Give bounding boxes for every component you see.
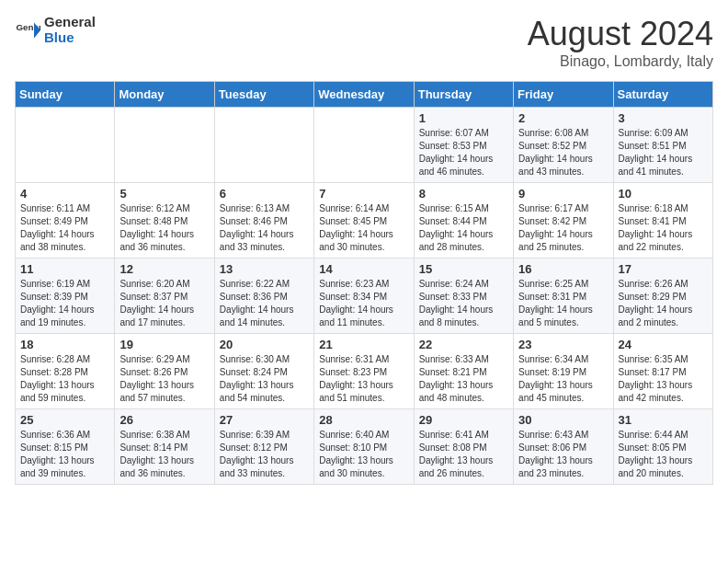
- weekday-header: Sunday: [16, 82, 115, 108]
- day-number: 31: [619, 413, 708, 427]
- calendar-cell: 21Sunrise: 6:31 AM Sunset: 8:23 PM Dayli…: [314, 334, 414, 409]
- day-info: Sunrise: 6:23 AM Sunset: 8:34 PM Dayligh…: [319, 278, 408, 329]
- day-info: Sunrise: 6:15 AM Sunset: 8:44 PM Dayligh…: [419, 202, 508, 254]
- day-number: 2: [518, 111, 608, 125]
- day-number: 25: [20, 413, 109, 427]
- day-number: 21: [319, 338, 408, 351]
- day-number: 5: [119, 187, 209, 201]
- calendar-table: SundayMondayTuesdayWednesdayThursdayFrid…: [15, 81, 713, 485]
- weekday-header: Tuesday: [214, 82, 313, 108]
- title-block: August 2024 Binago, Lombardy, Italy: [528, 15, 713, 70]
- day-number: 17: [619, 262, 708, 276]
- logo-blue-text: Blue: [44, 30, 96, 46]
- logo: General General Blue: [15, 15, 96, 45]
- calendar-cell: 27Sunrise: 6:39 AM Sunset: 8:12 PM Dayli…: [214, 409, 313, 485]
- calendar-cell: 19Sunrise: 6:29 AM Sunset: 8:26 PM Dayli…: [115, 334, 214, 409]
- calendar-cell: 23Sunrise: 6:34 AM Sunset: 8:19 PM Dayli…: [514, 334, 613, 409]
- day-info: Sunrise: 6:33 AM Sunset: 8:21 PM Dayligh…: [419, 353, 508, 405]
- calendar-cell: 26Sunrise: 6:38 AM Sunset: 8:14 PM Dayli…: [115, 409, 214, 485]
- calendar-cell: 30Sunrise: 6:43 AM Sunset: 8:06 PM Dayli…: [514, 409, 613, 485]
- day-info: Sunrise: 6:34 AM Sunset: 8:19 PM Dayligh…: [518, 353, 608, 405]
- day-number: 22: [419, 338, 508, 351]
- logo-icon: General: [15, 17, 40, 43]
- weekday-header: Wednesday: [314, 82, 414, 108]
- calendar-cell: 6Sunrise: 6:13 AM Sunset: 8:46 PM Daylig…: [214, 183, 313, 259]
- day-number: 26: [119, 413, 209, 427]
- day-info: Sunrise: 6:08 AM Sunset: 8:52 PM Dayligh…: [518, 127, 608, 178]
- day-info: Sunrise: 6:19 AM Sunset: 8:39 PM Dayligh…: [20, 278, 109, 329]
- day-number: 24: [619, 338, 708, 351]
- calendar-cell: 22Sunrise: 6:33 AM Sunset: 8:21 PM Dayli…: [414, 334, 513, 409]
- day-number: 15: [419, 262, 508, 276]
- calendar-cell: [115, 108, 214, 183]
- day-info: Sunrise: 6:22 AM Sunset: 8:36 PM Dayligh…: [220, 278, 309, 329]
- page-header: General General Blue August 2024 Binago,…: [15, 15, 713, 70]
- day-number: 13: [220, 262, 309, 276]
- calendar-cell: 25Sunrise: 6:36 AM Sunset: 8:15 PM Dayli…: [16, 409, 115, 485]
- day-number: 10: [619, 187, 708, 201]
- day-number: 9: [518, 187, 608, 201]
- calendar-week-row: 11Sunrise: 6:19 AM Sunset: 8:39 PM Dayli…: [16, 259, 713, 334]
- day-number: 29: [419, 413, 508, 427]
- day-number: 28: [319, 413, 408, 427]
- calendar-cell: 17Sunrise: 6:26 AM Sunset: 8:29 PM Dayli…: [613, 259, 712, 334]
- day-info: Sunrise: 6:35 AM Sunset: 8:17 PM Dayligh…: [619, 353, 708, 405]
- calendar-cell: 10Sunrise: 6:18 AM Sunset: 8:41 PM Dayli…: [613, 183, 712, 259]
- location-subtitle: Binago, Lombardy, Italy: [528, 53, 713, 70]
- weekday-header: Friday: [514, 82, 613, 108]
- calendar-week-row: 4Sunrise: 6:11 AM Sunset: 8:49 PM Daylig…: [16, 183, 713, 259]
- day-number: 14: [319, 262, 408, 276]
- day-info: Sunrise: 6:09 AM Sunset: 8:51 PM Dayligh…: [619, 127, 708, 178]
- calendar-cell: 31Sunrise: 6:44 AM Sunset: 8:05 PM Dayli…: [613, 409, 712, 485]
- day-info: Sunrise: 6:07 AM Sunset: 8:53 PM Dayligh…: [419, 127, 508, 178]
- calendar-cell: 12Sunrise: 6:20 AM Sunset: 8:37 PM Dayli…: [115, 259, 214, 334]
- calendar-week-row: 1Sunrise: 6:07 AM Sunset: 8:53 PM Daylig…: [16, 108, 713, 183]
- calendar-cell: 15Sunrise: 6:24 AM Sunset: 8:33 PM Dayli…: [414, 259, 513, 334]
- calendar-cell: 14Sunrise: 6:23 AM Sunset: 8:34 PM Dayli…: [314, 259, 414, 334]
- day-number: 1: [419, 111, 508, 125]
- calendar-header-row: SundayMondayTuesdayWednesdayThursdayFrid…: [16, 82, 713, 108]
- day-info: Sunrise: 6:12 AM Sunset: 8:48 PM Dayligh…: [119, 202, 209, 254]
- day-info: Sunrise: 6:20 AM Sunset: 8:37 PM Dayligh…: [119, 278, 209, 329]
- calendar-cell: 16Sunrise: 6:25 AM Sunset: 8:31 PM Dayli…: [514, 259, 613, 334]
- day-number: 20: [220, 338, 309, 351]
- calendar-cell: 20Sunrise: 6:30 AM Sunset: 8:24 PM Dayli…: [214, 334, 313, 409]
- day-number: 23: [518, 338, 608, 351]
- calendar-cell: 2Sunrise: 6:08 AM Sunset: 8:52 PM Daylig…: [514, 108, 613, 183]
- day-info: Sunrise: 6:13 AM Sunset: 8:46 PM Dayligh…: [220, 202, 309, 254]
- calendar-cell: 24Sunrise: 6:35 AM Sunset: 8:17 PM Dayli…: [613, 334, 712, 409]
- day-info: Sunrise: 6:28 AM Sunset: 8:28 PM Dayligh…: [20, 353, 109, 405]
- day-info: Sunrise: 6:41 AM Sunset: 8:08 PM Dayligh…: [419, 429, 508, 480]
- calendar-cell: [314, 108, 414, 183]
- day-number: 7: [319, 187, 408, 201]
- calendar-cell: 11Sunrise: 6:19 AM Sunset: 8:39 PM Dayli…: [16, 259, 115, 334]
- calendar-cell: 4Sunrise: 6:11 AM Sunset: 8:49 PM Daylig…: [16, 183, 115, 259]
- day-number: 27: [220, 413, 309, 427]
- calendar-cell: 7Sunrise: 6:14 AM Sunset: 8:45 PM Daylig…: [314, 183, 414, 259]
- day-number: 4: [20, 187, 109, 201]
- day-info: Sunrise: 6:26 AM Sunset: 8:29 PM Dayligh…: [619, 278, 708, 329]
- calendar-week-row: 25Sunrise: 6:36 AM Sunset: 8:15 PM Dayli…: [16, 409, 713, 485]
- month-year-title: August 2024: [528, 15, 713, 53]
- day-info: Sunrise: 6:31 AM Sunset: 8:23 PM Dayligh…: [319, 353, 408, 405]
- day-number: 8: [419, 187, 508, 201]
- weekday-header: Monday: [115, 82, 214, 108]
- day-info: Sunrise: 6:14 AM Sunset: 8:45 PM Dayligh…: [319, 202, 408, 254]
- day-info: Sunrise: 6:38 AM Sunset: 8:14 PM Dayligh…: [119, 429, 209, 480]
- day-info: Sunrise: 6:29 AM Sunset: 8:26 PM Dayligh…: [119, 353, 209, 405]
- day-info: Sunrise: 6:30 AM Sunset: 8:24 PM Dayligh…: [220, 353, 309, 405]
- day-info: Sunrise: 6:11 AM Sunset: 8:49 PM Dayligh…: [20, 202, 109, 254]
- calendar-cell: 13Sunrise: 6:22 AM Sunset: 8:36 PM Dayli…: [214, 259, 313, 334]
- calendar-week-row: 18Sunrise: 6:28 AM Sunset: 8:28 PM Dayli…: [16, 334, 713, 409]
- day-info: Sunrise: 6:40 AM Sunset: 8:10 PM Dayligh…: [319, 429, 408, 480]
- day-info: Sunrise: 6:17 AM Sunset: 8:42 PM Dayligh…: [518, 202, 608, 254]
- day-info: Sunrise: 6:36 AM Sunset: 8:15 PM Dayligh…: [20, 429, 109, 480]
- day-number: 18: [20, 338, 109, 351]
- calendar-cell: 3Sunrise: 6:09 AM Sunset: 8:51 PM Daylig…: [613, 108, 712, 183]
- calendar-cell: [214, 108, 313, 183]
- day-number: 6: [220, 187, 309, 201]
- calendar-cell: 1Sunrise: 6:07 AM Sunset: 8:53 PM Daylig…: [414, 108, 513, 183]
- calendar-cell: 29Sunrise: 6:41 AM Sunset: 8:08 PM Dayli…: [414, 409, 513, 485]
- calendar-cell: 9Sunrise: 6:17 AM Sunset: 8:42 PM Daylig…: [514, 183, 613, 259]
- day-number: 19: [119, 338, 209, 351]
